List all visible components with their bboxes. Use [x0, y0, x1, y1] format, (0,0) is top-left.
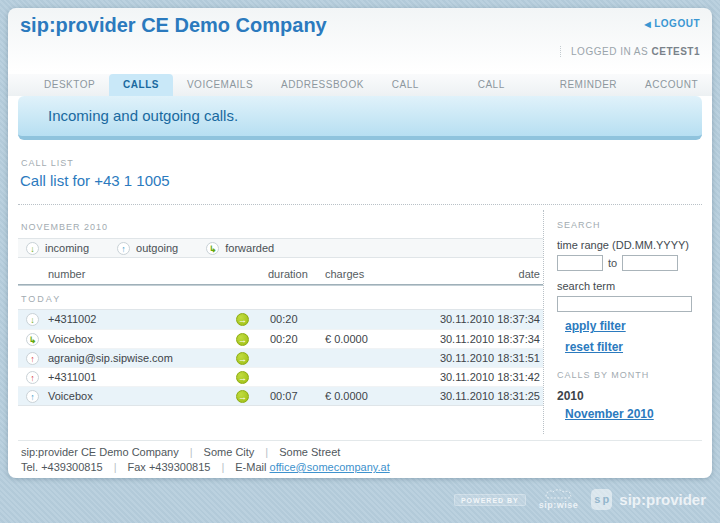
call-duration: 00:20 — [270, 330, 298, 349]
powered-by-badge: POWERED BY — [454, 494, 526, 506]
sipprovider-badge-icon — [591, 489, 612, 510]
page-title: sip:provider CE Demo Company — [20, 14, 327, 37]
search-term-label: search term — [557, 280, 711, 292]
footer-email-link[interactable]: office@somecompany.at — [270, 461, 390, 473]
month-link-november-2010[interactable]: November 2010 — [565, 407, 711, 421]
outgoing-failed-icon — [26, 371, 39, 384]
table-row: +4311001 30.11.2010 18:31:42 — [18, 367, 543, 386]
call-duration: 00:20 — [270, 310, 298, 329]
incoming-icon — [26, 313, 39, 326]
footer-fax: Fax +439300815 — [128, 461, 211, 473]
call-list-title: Call list for +43 1 1005 — [20, 172, 170, 189]
call-date: 30.11.2010 18:37:34 — [440, 310, 540, 329]
branding-row: POWERED BY sip:wise sip:provider — [454, 489, 706, 510]
time-from-input[interactable] — [557, 255, 603, 271]
incoming-icon — [26, 242, 39, 255]
sipprovider-logo[interactable]: sip:provider — [591, 489, 706, 510]
time-range-label: time range (DD.MM.YYYY) — [557, 239, 711, 251]
call-charges: € 0.0000 — [325, 387, 368, 406]
forwarded-icon — [206, 242, 219, 255]
legend-forwarded: forwarded — [206, 242, 274, 255]
tab-account[interactable]: ACCOUNT — [631, 74, 712, 96]
call-number: agranig@sip.sipwise.com — [48, 349, 173, 368]
footer-email-label: E-Mail — [235, 461, 266, 473]
call-date: 30.11.2010 18:37:34 — [440, 330, 540, 349]
divider: | — [114, 461, 117, 473]
year-label: 2010 — [557, 389, 711, 403]
to-label: to — [608, 257, 617, 269]
divider: | — [265, 446, 268, 458]
legend-outgoing-label: outgoing — [136, 242, 178, 254]
footer-city: Some City — [204, 446, 255, 458]
call-list-section-label: CALL LIST — [21, 158, 74, 168]
outgoing-failed-icon — [26, 352, 39, 365]
logout-link[interactable]: ◀LOGOUT — [645, 18, 700, 29]
call-charges: € 0.0000 — [325, 330, 368, 349]
call-date: 30.11.2010 18:31:51 — [440, 349, 540, 368]
footer-tel: Tel. +439300815 — [21, 461, 103, 473]
tab-call-forward[interactable]: CALL FORWARD — [378, 74, 464, 96]
logged-in-user: CETEST1 — [651, 46, 700, 57]
search-section-label: SEARCH — [557, 220, 711, 230]
month-section-label: NOVEMBER 2010 — [21, 222, 543, 232]
call-rows: +4311002 00:20 30.11.2010 18:37:34 Voice… — [18, 309, 543, 406]
legend-incoming: incoming — [26, 242, 89, 255]
call-number: Voicebox — [48, 387, 93, 406]
apply-filter-link[interactable]: apply filter — [565, 319, 711, 333]
column-date: date — [519, 268, 540, 280]
logged-in-status: LOGGED IN AS CETEST1 — [560, 46, 700, 57]
column-number: number — [48, 268, 85, 280]
call-details-icon[interactable] — [236, 333, 249, 346]
tab-call-barring[interactable]: CALL BARRING — [464, 74, 546, 96]
outgoing-icon — [26, 390, 39, 403]
legend-outgoing: outgoing — [117, 242, 178, 255]
today-group-label: TODAY — [21, 294, 543, 304]
call-details-icon[interactable] — [236, 352, 249, 365]
tab-voicemails[interactable]: VOICEMAILS — [173, 74, 267, 96]
call-details-icon[interactable] — [236, 390, 249, 403]
table-row: +4311002 00:20 30.11.2010 18:37:34 — [18, 310, 543, 329]
tab-reminder[interactable]: REMINDER — [546, 74, 631, 96]
legend-incoming-label: incoming — [45, 242, 89, 254]
tab-desktop[interactable]: DESKTOP — [30, 74, 109, 96]
call-number: Voicebox — [48, 330, 93, 349]
dotted-divider — [18, 204, 702, 205]
divider: | — [221, 461, 224, 473]
info-banner: Incoming and outgoing calls. — [18, 96, 702, 140]
tab-calls[interactable]: CALLS — [109, 74, 173, 96]
call-date: 30.11.2010 18:31:25 — [440, 387, 540, 406]
sipprovider-label: sip:provider — [619, 491, 706, 508]
forwarded-icon — [26, 333, 39, 346]
footer-address-line: sip:provider CE Demo Company|Some City|S… — [21, 446, 340, 458]
call-date: 30.11.2010 18:31:42 — [440, 368, 540, 387]
search-term-input[interactable] — [557, 296, 692, 312]
column-duration: duration — [268, 268, 308, 280]
calls-by-month-label: CALLS BY MONTH — [557, 370, 711, 380]
tab-addressbook[interactable]: ADDRESSBOOK — [267, 74, 378, 96]
footer-street: Some Street — [279, 446, 340, 458]
reset-filter-link[interactable]: reset filter — [565, 340, 711, 354]
table-header: number duration charges date — [18, 268, 543, 284]
call-number: +4311001 — [48, 368, 96, 387]
call-number: +4311002 — [48, 310, 96, 329]
footer-company: sip:provider CE Demo Company — [21, 446, 179, 458]
chevron-left-icon: ◀ — [645, 20, 652, 29]
call-duration: 00:07 — [270, 387, 298, 406]
legend-bar: incoming outgoing forwarded — [18, 238, 543, 258]
column-charges: charges — [325, 268, 364, 280]
footer-divider — [18, 440, 702, 441]
tab-bar: DESKTOP CALLS VOICEMAILS ADDRESSBOOK CAL… — [8, 74, 712, 96]
divider: | — [190, 446, 193, 458]
footer-contact-line: Tel. +439300815|Fax +439300815|E-Mail of… — [21, 461, 390, 473]
time-to-input[interactable] — [622, 255, 678, 271]
outgoing-icon — [117, 242, 130, 255]
main-panel: sip:provider CE Demo Company ◀LOGOUT LOG… — [8, 8, 712, 478]
call-details-icon[interactable] — [236, 313, 249, 326]
table-row: Voicebox 00:07 € 0.0000 30.11.2010 18:31… — [18, 386, 543, 405]
table-row: agranig@sip.sipwise.com 30.11.2010 18:31… — [18, 348, 543, 367]
legend-forwarded-label: forwarded — [225, 242, 274, 254]
call-details-icon[interactable] — [236, 371, 249, 384]
logout-label: LOGOUT — [654, 18, 700, 29]
sipwise-label: sip:wise — [539, 500, 579, 510]
sipwise-logo[interactable]: sip:wise — [539, 489, 579, 510]
